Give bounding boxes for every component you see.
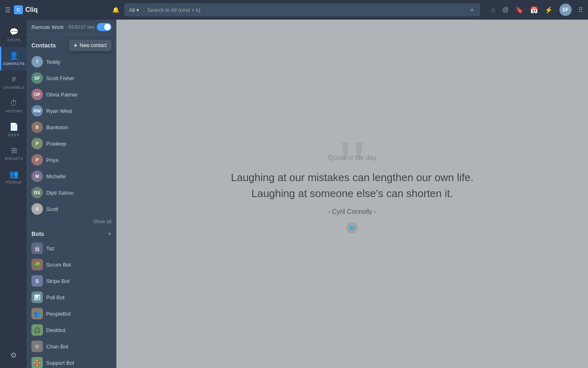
list-item[interactable]: RW Ryan West xyxy=(27,103,116,119)
bot-name: Deskbot xyxy=(46,327,66,333)
chats-icon: 💬 xyxy=(9,27,18,36)
list-item[interactable]: 👥 PeopleBot xyxy=(27,305,116,322)
avatar: DS xyxy=(31,187,43,198)
remote-work-bar: Remote Work 03:52:57 Hrs xyxy=(27,20,116,35)
add-bot-button[interactable]: + xyxy=(108,230,111,238)
list-item[interactable]: M Michelle xyxy=(27,168,116,184)
plus-icon: + xyxy=(74,42,77,49)
channels-icon: # xyxy=(12,75,16,84)
new-contact-button[interactable]: + New contact xyxy=(69,40,111,51)
bot-avatar: S xyxy=(31,275,43,287)
bot-name: PeopleBot xyxy=(46,311,71,317)
list-item[interactable]: ⚙ Chan Bot xyxy=(27,338,116,355)
hamburger-icon[interactable]: ☰ xyxy=(5,6,11,14)
search-add-icon[interactable]: ＋ xyxy=(469,6,475,14)
bot-avatar: ⚙ xyxy=(31,341,43,352)
bot-avatar: 🛟 xyxy=(31,357,43,368)
list-item[interactable]: 📊 Poll Bot xyxy=(27,289,116,305)
settings-icon[interactable]: ⚙ xyxy=(10,351,17,360)
chats-label: CHATS xyxy=(7,38,20,42)
contact-name: Priya xyxy=(46,157,58,163)
bot-name: Poll Bot xyxy=(46,294,65,301)
contacts-header: Contacts + New contact xyxy=(27,35,116,54)
contact-name: Olivia Palmer xyxy=(46,92,78,98)
calendar-icon[interactable]: 📅 xyxy=(530,6,538,14)
files-icon: 📄 xyxy=(9,122,18,131)
list-item[interactable]: S Scott xyxy=(27,201,116,217)
files-label: FILES xyxy=(8,133,20,137)
nav-bottom: ⚙ xyxy=(10,351,17,365)
contact-name: Teddy xyxy=(46,59,60,65)
search-filter-label: All xyxy=(129,7,135,13)
main-layout: 💬 CHATS 👤 CONTACTS # CHANNELS ⏱ HISTORY … xyxy=(0,20,588,368)
sidebar-item-files[interactable]: 📄 FILES xyxy=(0,118,27,141)
bots-title: Bots xyxy=(31,231,44,237)
list-item[interactable]: SF Scott Fisher xyxy=(27,70,116,86)
widgets-label: WIDGETS xyxy=(4,157,23,161)
search-area[interactable]: All ▾ Search in All (cmd + k) ＋ xyxy=(124,3,480,16)
sidebar-item-contacts[interactable]: 👤 CONTACTS xyxy=(0,47,27,70)
sidebar-item-people[interactable]: 👥 PEOPLE xyxy=(0,165,27,189)
contact-name: Dipti Sahoo xyxy=(46,190,74,196)
contacts-label: CONTACTS xyxy=(3,62,25,66)
list-item[interactable]: 🛟 Support Bot xyxy=(27,355,116,368)
lightning-icon[interactable]: ⚡ xyxy=(545,6,553,14)
quote-container: " Quote of the day Laughing at our mista… xyxy=(231,154,473,233)
quote-label: Quote of the day xyxy=(231,154,473,162)
list-item[interactable]: B Bankston xyxy=(27,119,116,135)
avatar: S xyxy=(31,203,43,215)
show-all-link[interactable]: Show all xyxy=(27,217,116,226)
people-label: PEOPLE xyxy=(6,180,22,184)
avatar: P xyxy=(31,138,43,149)
contacts-icon: 👤 xyxy=(9,51,18,60)
user-avatar[interactable]: SF xyxy=(559,4,572,16)
avatar: P xyxy=(31,154,43,166)
topbar-left: ☰ C Cliq 🔔 xyxy=(5,5,119,14)
sidebar-content: Contacts + New contact T Teddy SF Scott … xyxy=(27,35,116,368)
history-icon: ⏱ xyxy=(10,99,18,108)
search-filter[interactable]: All ▾ xyxy=(129,7,144,13)
topbar: ☰ C Cliq 🔔 All ▾ Search in All (cmd + k)… xyxy=(0,0,588,20)
remote-work-right: 03:52:57 Hrs xyxy=(69,23,111,31)
widgets-icon: ⊞ xyxy=(11,146,17,155)
bot-name: Support Bot xyxy=(46,360,74,366)
sidebar-item-history[interactable]: ⏱ HISTORY xyxy=(0,94,27,118)
sidebar-item-chats[interactable]: 💬 CHATS xyxy=(0,23,27,47)
avatar: M xyxy=(31,171,43,182)
avatar: SF xyxy=(31,72,43,84)
contact-name: Michelle xyxy=(46,173,66,180)
list-item[interactable]: P Pradeep xyxy=(27,135,116,152)
contact-name: Ryan West xyxy=(46,108,72,114)
list-item[interactable]: OP Olivia Palmer xyxy=(27,86,116,103)
list-item[interactable]: 🧩 Scrum Bot xyxy=(27,256,116,273)
list-item[interactable]: DS Dipti Sahoo xyxy=(27,184,116,201)
star-icon[interactable]: ☆ xyxy=(490,6,496,14)
contacts-title: Contacts xyxy=(31,42,56,49)
twitter-share-icon[interactable]: 🐦 xyxy=(346,222,358,233)
app-logo: C Cliq xyxy=(14,5,38,14)
mention-icon[interactable]: @ xyxy=(502,6,509,13)
sidebar-item-widgets[interactable]: ⊞ WIDGETS xyxy=(0,141,27,165)
bookmark-icon[interactable]: 🔖 xyxy=(515,6,523,14)
remote-work-toggle[interactable] xyxy=(97,23,111,31)
list-item[interactable]: 🤖 Taz xyxy=(27,240,116,256)
search-input[interactable]: Search in All (cmd + k) xyxy=(147,7,465,13)
sidebar-item-channels[interactable]: # CHANNELS xyxy=(0,70,27,94)
speaker-icon[interactable]: 🔔 xyxy=(112,7,119,13)
bot-name: Taz xyxy=(46,245,54,251)
contact-name: Bankston xyxy=(46,124,68,130)
bot-name: Chan Bot xyxy=(46,343,68,350)
avatar: T xyxy=(31,56,43,67)
bot-avatar: 🧩 xyxy=(31,259,43,270)
bot-avatar: 🎧 xyxy=(31,324,43,336)
channels-label: CHANNELS xyxy=(3,85,24,90)
chevron-down-icon: ▾ xyxy=(136,7,139,13)
list-item[interactable]: P Priya xyxy=(27,152,116,168)
grid-icon[interactable]: ⠿ xyxy=(578,6,583,14)
list-item[interactable]: S Stripe Bot xyxy=(27,273,116,289)
left-nav: 💬 CHATS 👤 CONTACTS # CHANNELS ⏱ HISTORY … xyxy=(0,20,27,368)
bot-avatar: 👥 xyxy=(31,308,43,319)
contact-name: Scott Fisher xyxy=(46,75,74,81)
list-item[interactable]: 🎧 Deskbot xyxy=(27,322,116,338)
list-item[interactable]: T Teddy xyxy=(27,54,116,70)
